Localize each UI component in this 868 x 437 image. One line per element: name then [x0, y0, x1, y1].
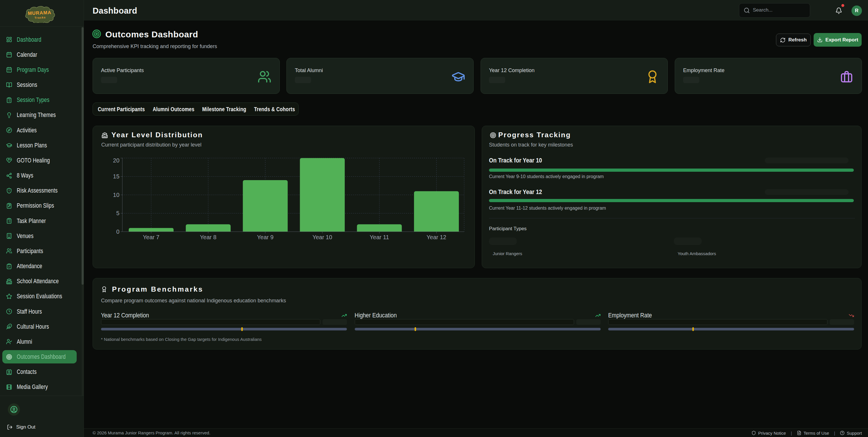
svg-text:Year 8: Year 8 — [200, 234, 216, 240]
svg-text:0: 0 — [116, 229, 120, 235]
svg-text:Year 7: Year 7 — [143, 234, 159, 240]
svg-text:5: 5 — [116, 210, 120, 216]
svg-text:Year 10: Year 10 — [312, 234, 332, 240]
svg-text:MURAMA: MURAMA — [28, 10, 52, 16]
svg-text:20: 20 — [113, 157, 120, 164]
svg-text:15: 15 — [113, 173, 120, 179]
svg-text:10: 10 — [113, 192, 120, 198]
svg-text:Year 9: Year 9 — [257, 234, 273, 240]
svg-text:Tracks: Tracks — [34, 16, 46, 19]
svg-text:Year 11: Year 11 — [370, 234, 389, 240]
svg-text:Year 12: Year 12 — [427, 234, 446, 240]
